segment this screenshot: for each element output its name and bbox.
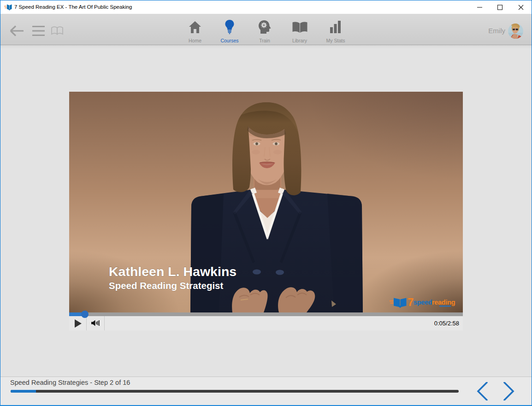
- svg-text:Kathleen L. Hawkins: Kathleen L. Hawkins: [109, 264, 236, 279]
- svg-text:speed: speed: [414, 299, 432, 306]
- svg-text:reading: reading: [432, 299, 455, 306]
- svg-text:Speed Reading Strategist: Speed Reading Strategist: [109, 280, 224, 291]
- svg-text:7: 7: [408, 296, 414, 308]
